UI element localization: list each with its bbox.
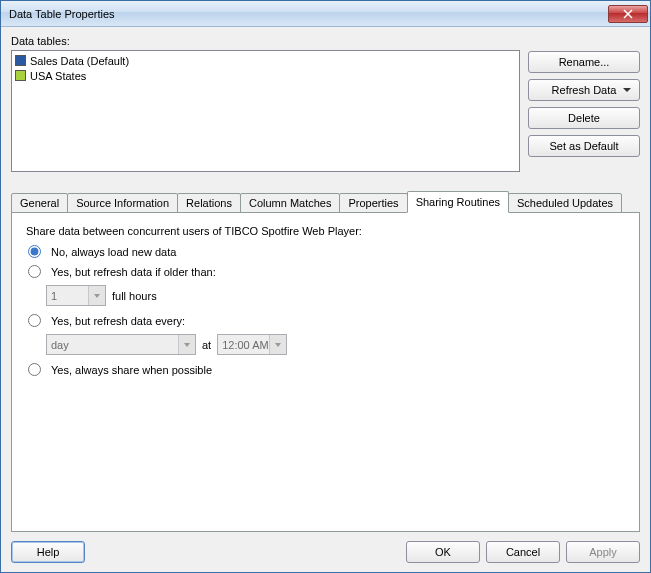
radio-label: Yes, always share when possible (51, 364, 212, 376)
radio-input[interactable] (28, 314, 41, 327)
data-table-name: Sales Data (Default) (30, 55, 129, 67)
hours-select-wrap (46, 285, 106, 306)
radio-input[interactable] (28, 245, 41, 258)
dialog-content: Data tables: Sales Data (Default) USA St… (1, 27, 650, 532)
chevron-down-icon (623, 88, 631, 92)
tab-sharing-routines[interactable]: Sharing Routines (407, 191, 509, 213)
refresh-every-controls: at (46, 334, 627, 355)
hours-select[interactable] (46, 285, 106, 306)
tabs-area: General Source Information Relations Col… (11, 190, 640, 532)
radio-always-share[interactable]: Yes, always share when possible (28, 363, 627, 376)
tabstrip: General Source Information Relations Col… (11, 190, 640, 212)
color-swatch-icon (15, 55, 26, 66)
every-at-label: at (202, 339, 211, 351)
tab-column-matches[interactable]: Column Matches (240, 193, 341, 213)
tab-source-information[interactable]: Source Information (67, 193, 178, 213)
close-button[interactable] (608, 5, 648, 23)
radio-label: No, always load new data (51, 246, 176, 258)
radio-refresh-older-than[interactable]: Yes, but refresh data if older than: (28, 265, 627, 278)
delete-button[interactable]: Delete (528, 107, 640, 129)
tab-general[interactable]: General (11, 193, 68, 213)
apply-button[interactable]: Apply (566, 541, 640, 563)
hours-unit-label: full hours (112, 290, 157, 302)
tab-properties[interactable]: Properties (339, 193, 407, 213)
list-item[interactable]: Sales Data (Default) (15, 53, 516, 68)
list-item[interactable]: USA States (15, 68, 516, 83)
data-tables-label: Data tables: (11, 35, 640, 47)
tab-relations[interactable]: Relations (177, 193, 241, 213)
every-unit-select[interactable] (46, 334, 196, 355)
every-time-select-wrap (217, 334, 287, 355)
titlebar: Data Table Properties (1, 1, 650, 27)
set-as-default-button[interactable]: Set as Default (528, 135, 640, 157)
radio-input[interactable] (28, 363, 41, 376)
data-table-name: USA States (30, 70, 86, 82)
every-time-select[interactable] (217, 334, 287, 355)
data-tables-list[interactable]: Sales Data (Default) USA States (11, 50, 520, 172)
cancel-button[interactable]: Cancel (486, 541, 560, 563)
radio-label: Yes, but refresh data every: (51, 315, 185, 327)
side-buttons: Rename... Refresh Data Delete Set as Def… (528, 50, 640, 172)
data-tables-row: Sales Data (Default) USA States Rename..… (11, 50, 640, 172)
dialog-window: Data Table Properties Data tables: Sales… (0, 0, 651, 573)
every-unit-select-wrap (46, 334, 196, 355)
ok-button[interactable]: OK (406, 541, 480, 563)
radio-label: Yes, but refresh data if older than: (51, 266, 216, 278)
radio-refresh-every[interactable]: Yes, but refresh data every: (28, 314, 627, 327)
tab-scheduled-updates[interactable]: Scheduled Updates (508, 193, 622, 213)
radio-input[interactable] (28, 265, 41, 278)
dialog-footer: Help OK Cancel Apply (1, 532, 650, 572)
help-button[interactable]: Help (11, 541, 85, 563)
radio-no-always-load[interactable]: No, always load new data (28, 245, 627, 258)
rename-button[interactable]: Rename... (528, 51, 640, 73)
color-swatch-icon (15, 70, 26, 81)
older-than-controls: full hours (46, 285, 627, 306)
close-icon (623, 9, 633, 19)
tab-panel-sharing-routines: Share data between concurrent users of T… (11, 212, 640, 532)
window-title: Data Table Properties (9, 8, 608, 20)
refresh-data-button[interactable]: Refresh Data (528, 79, 640, 101)
panel-intro-text: Share data between concurrent users of T… (26, 225, 627, 237)
